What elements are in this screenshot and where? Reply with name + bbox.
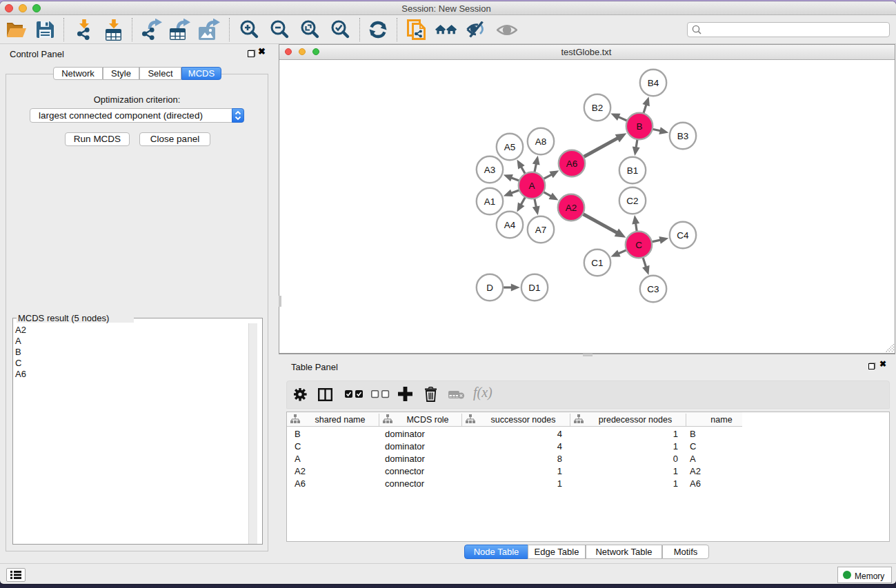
svg-text:C2: C2 xyxy=(626,196,638,206)
svg-text:B1: B1 xyxy=(627,165,639,176)
svg-text:A7: A7 xyxy=(535,225,547,235)
svg-text:B4: B4 xyxy=(648,78,659,88)
svg-text:A5: A5 xyxy=(504,142,516,152)
svg-text:C1: C1 xyxy=(591,258,603,268)
svg-text:A: A xyxy=(528,181,535,191)
svg-text:A4: A4 xyxy=(504,220,516,230)
svg-text:B2: B2 xyxy=(592,103,604,113)
svg-text:B: B xyxy=(636,121,642,132)
svg-text:C4: C4 xyxy=(677,230,689,241)
svg-text:D: D xyxy=(486,283,493,293)
svg-text:A6: A6 xyxy=(566,159,578,169)
svg-text:C3: C3 xyxy=(647,284,659,294)
svg-text:C: C xyxy=(635,240,642,250)
svg-text:D1: D1 xyxy=(528,283,540,293)
svg-text:A3: A3 xyxy=(484,165,496,175)
svg-text:A1: A1 xyxy=(484,196,496,207)
svg-text:A8: A8 xyxy=(535,136,547,147)
svg-text:B3: B3 xyxy=(677,131,689,141)
svg-text:A2: A2 xyxy=(566,203,577,213)
